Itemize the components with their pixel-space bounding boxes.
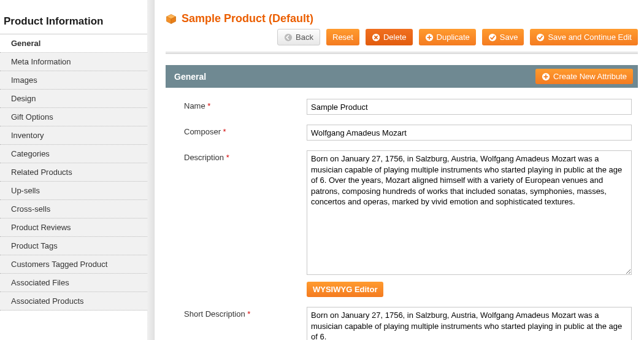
- row-composer: Composer *: [184, 125, 632, 141]
- sidebar-title: Product Information: [0, 15, 147, 34]
- toolbar-divider: [166, 52, 638, 54]
- create-attribute-button[interactable]: Create New Attribute: [535, 69, 633, 84]
- delete-button[interactable]: Delete: [366, 29, 413, 45]
- section-header: General Create New Attribute: [166, 65, 638, 88]
- check-circle-icon: [536, 33, 545, 42]
- sidebar-item-gift-options[interactable]: Gift Options: [0, 108, 147, 126]
- delete-x-icon: [372, 33, 380, 42]
- sidebar-item-related-products[interactable]: Related Products: [0, 163, 147, 182]
- composer-input[interactable]: [307, 125, 632, 141]
- row-description: Description * WYSIWYG Editor: [184, 150, 632, 297]
- create-attribute-label: Create New Attribute: [553, 72, 627, 81]
- save-label: Save: [500, 33, 518, 42]
- sidebar-item-associated-products[interactable]: Associated Products: [0, 292, 147, 311]
- duplicate-button[interactable]: Duplicate: [419, 29, 476, 45]
- short-description-textarea[interactable]: [307, 307, 632, 340]
- sidebar-item-inventory[interactable]: Inventory: [0, 126, 147, 145]
- sidebar-divider: [147, 0, 155, 340]
- reset-button[interactable]: Reset: [326, 29, 359, 45]
- sidebar-item-cross-sells[interactable]: Cross-sells: [0, 200, 147, 218]
- sidebar: Product Information GeneralMeta Informat…: [0, 0, 147, 340]
- svg-point-7: [537, 33, 544, 41]
- description-textarea[interactable]: [307, 150, 632, 275]
- sidebar-item-product-tags[interactable]: Product Tags: [0, 237, 147, 255]
- page-title: Sample Product (Default): [182, 12, 313, 25]
- title-bar: Sample Product (Default): [166, 12, 638, 25]
- reset-label: Reset: [332, 33, 353, 42]
- sidebar-item-associated-files[interactable]: Associated Files: [0, 274, 147, 292]
- sidebar-item-categories[interactable]: Categories: [0, 145, 147, 163]
- sidebar-item-design[interactable]: Design: [0, 90, 147, 108]
- back-button[interactable]: Back: [277, 29, 320, 45]
- row-short-description: Short Description *: [184, 307, 632, 340]
- plus-circle-icon: [425, 33, 434, 42]
- product-cube-icon: [166, 14, 177, 25]
- form: Name * Composer * Description * WYSIWYG …: [166, 88, 638, 340]
- duplicate-label: Duplicate: [437, 33, 470, 42]
- name-label: Name *: [184, 99, 307, 110]
- sidebar-item-images[interactable]: Images: [0, 71, 147, 90]
- composer-label: Composer *: [184, 125, 307, 136]
- wysiwyg-button[interactable]: WYSIWYG Editor: [307, 282, 383, 297]
- save-continue-button[interactable]: Save and Continue Edit: [530, 29, 638, 45]
- save-continue-label: Save and Continue Edit: [548, 33, 632, 42]
- sidebar-nav: GeneralMeta InformationImagesDesignGift …: [0, 34, 147, 311]
- name-input[interactable]: [307, 99, 632, 115]
- main: Sample Product (Default) Back Reset Dele…: [155, 0, 644, 340]
- svg-point-6: [489, 33, 496, 41]
- delete-label: Delete: [383, 33, 407, 42]
- svg-point-3: [285, 33, 292, 41]
- sidebar-item-up-sells[interactable]: Up-sells: [0, 182, 147, 200]
- sidebar-item-product-reviews[interactable]: Product Reviews: [0, 218, 147, 237]
- sidebar-item-customers-tagged-product[interactable]: Customers Tagged Product: [0, 255, 147, 274]
- save-button[interactable]: Save: [482, 29, 524, 45]
- sidebar-item-meta-information[interactable]: Meta Information: [0, 53, 147, 71]
- description-label: Description *: [184, 150, 307, 162]
- plus-circle-icon: [542, 72, 550, 81]
- sidebar-item-general[interactable]: General: [0, 34, 147, 53]
- section-title: General: [174, 72, 206, 82]
- back-arrow-icon: [284, 33, 293, 42]
- short-description-label: Short Description *: [184, 307, 307, 319]
- back-label: Back: [296, 33, 313, 42]
- row-name: Name *: [184, 99, 632, 115]
- toolbar: Back Reset Delete Duplicate Save Save an…: [166, 29, 638, 45]
- check-circle-icon: [488, 33, 497, 42]
